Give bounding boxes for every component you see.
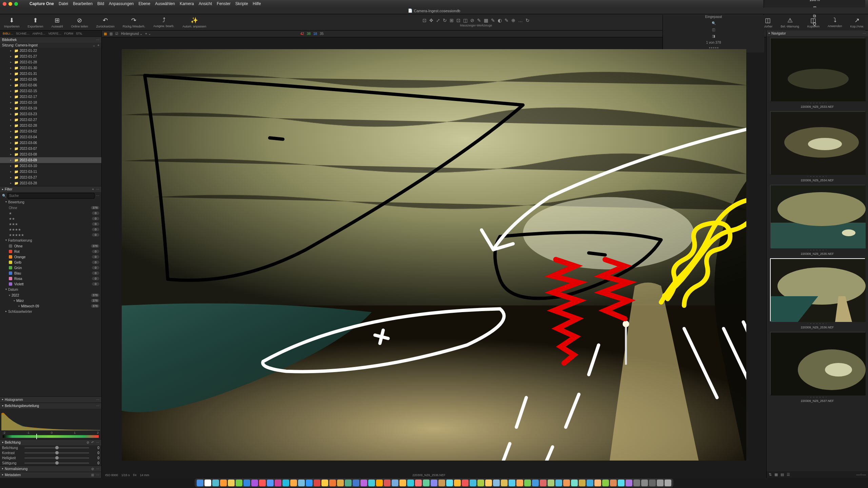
rating-row[interactable]: ★0 xyxy=(0,210,101,216)
dock-app[interactable] xyxy=(345,480,352,486)
cursor-tool[interactable]: ◐ xyxy=(498,18,502,23)
menu-datei[interactable]: Datei xyxy=(59,1,68,6)
cursor-tool[interactable]: ⊕ xyxy=(511,18,515,23)
menu-bild[interactable]: Bild xyxy=(97,1,104,6)
exposure-header[interactable]: ▾ Belichtung ⊘↶⋯ xyxy=(0,440,101,445)
menubar-status-item[interactable]: 100% xyxy=(809,0,820,2)
dock-app[interactable] xyxy=(267,480,274,486)
toolbar-importieren[interactable]: ⬇Importieren xyxy=(0,15,24,29)
sort-icon[interactable]: ⇅ xyxy=(769,472,772,477)
zoom-search-icon[interactable]: 🔍 xyxy=(712,21,716,25)
toolbar-ausgew. bearb.[interactable]: ⤴Ausgew. bearb. xyxy=(149,15,178,29)
keywords-header[interactable]: ▸Schlüsselwörter xyxy=(0,309,101,314)
dock-app[interactable] xyxy=(587,480,593,486)
viewer-canvas[interactable] xyxy=(102,37,766,472)
folder-row[interactable]: ▸📁2022-02-15 xyxy=(0,88,101,94)
dock-app[interactable] xyxy=(555,480,562,486)
thumbnail-item[interactable]: ◦ • • • • • ◦220309_NZ6_2536.NEF xyxy=(768,258,867,329)
rating-row[interactable]: ★★★0 xyxy=(0,221,101,227)
expo-eval-menu-icon[interactable]: ⋯ xyxy=(96,404,99,408)
cursor-tool[interactable]: ↻ xyxy=(443,18,447,23)
dock-app[interactable] xyxy=(368,480,375,486)
colortag-row[interactable]: Grün0 xyxy=(0,265,101,270)
dock-app[interactable] xyxy=(353,480,359,486)
thumbnail-browser[interactable]: ◦ • • • • • ◦220309_NZ6_2533.NEF◦ • • • … xyxy=(767,36,868,471)
cursor-tool[interactable]: ✎ xyxy=(491,18,495,23)
dock-app[interactable] xyxy=(438,480,445,486)
grid-icon[interactable]: ▦ xyxy=(774,472,778,477)
folder-row[interactable]: ▸📁2022-01-28 xyxy=(0,59,101,65)
dock-app[interactable] xyxy=(360,480,367,486)
rating-header[interactable]: ▾Bewertung xyxy=(0,199,101,205)
toolbar-kop./anw.[interactable]: ↗Kop./Anw. xyxy=(846,15,868,29)
cursor-tool[interactable]: ⊡ xyxy=(422,18,427,23)
folder-row[interactable]: ▸📁2022-03-08 xyxy=(0,151,101,157)
cursor-tool[interactable]: ✎ xyxy=(505,18,509,23)
folder-row[interactable]: ▸📁2022-03-27 xyxy=(0,175,101,180)
menu-bearbeiten[interactable]: Bearbeiten xyxy=(73,1,93,6)
slider-sättigung[interactable]: Sättigung0 xyxy=(0,461,101,466)
filmstrip-icon[interactable]: ▤ xyxy=(781,472,784,477)
dock-app[interactable] xyxy=(641,480,648,486)
folder-row[interactable]: ▸📁2022-03-04 xyxy=(0,134,101,140)
dock-app[interactable] xyxy=(212,480,219,486)
dock-app[interactable] xyxy=(563,480,570,486)
dock-app[interactable] xyxy=(610,480,617,486)
toolbar-online teilen[interactable]: ⊘Online teilen xyxy=(67,15,92,29)
cursor-tool[interactable]: ⊡ xyxy=(456,18,460,23)
slider-helligkeit[interactable]: Helligkeit0 xyxy=(0,455,101,461)
colortag-row[interactable]: Rot0 xyxy=(0,249,101,254)
menu-ebene[interactable]: Ebene xyxy=(139,1,151,6)
folder-row[interactable]: ▸📁2022-02-06 xyxy=(0,82,101,88)
toolbar-auswahl[interactable]: ⊞Auswahl xyxy=(47,15,67,29)
rating-row[interactable]: Ohne378 xyxy=(0,205,101,210)
menu-skripte[interactable]: Skripte xyxy=(235,1,248,6)
main-image[interactable] xyxy=(122,49,747,460)
folder-row[interactable]: ▸📁2022-02-17 xyxy=(0,94,101,100)
dock-app[interactable] xyxy=(376,480,383,486)
minimize-window[interactable] xyxy=(8,2,12,6)
dock-app[interactable] xyxy=(548,480,554,486)
dock-app[interactable] xyxy=(236,480,242,486)
toolbar-autom. anpassen[interactable]: ✨Autom. anpassen xyxy=(178,15,210,29)
dock-app[interactable] xyxy=(282,480,289,486)
folder-row[interactable]: ▸📁2022-01-31 xyxy=(0,71,101,77)
dock-app[interactable] xyxy=(618,480,625,486)
dock-app[interactable] xyxy=(540,480,547,486)
date-header[interactable]: ▾Datum xyxy=(0,287,101,292)
dock-app[interactable] xyxy=(594,480,601,486)
dock-app[interactable] xyxy=(314,480,320,486)
dock-app[interactable] xyxy=(657,480,664,486)
dock-app[interactable] xyxy=(306,480,313,486)
dock-app[interactable] xyxy=(665,480,671,486)
folder-row[interactable]: ▸📁2022-01-27 xyxy=(0,54,101,59)
date-row[interactable]: ▾März378 xyxy=(0,298,101,303)
thumbnail-item[interactable]: ◦ • • • • • ◦220309_NZ6_2533.NEF xyxy=(768,38,867,108)
filter-header[interactable]: ▸ Filter +⋯ xyxy=(0,186,101,192)
dock-app[interactable] xyxy=(509,480,515,486)
library-menu-icon[interactable]: ⋯ xyxy=(96,38,99,42)
menu-auswaehlen[interactable]: Auswählen xyxy=(155,1,175,6)
toolbar-anwenden[interactable]: ⤵Anwenden xyxy=(824,15,846,29)
tab-refine[interactable]: VERFE… xyxy=(48,32,61,35)
folder-row[interactable]: ▸📁2022-02-28 xyxy=(0,123,101,128)
toolbar-zurücksetzen[interactable]: ↶Zurücksetzen xyxy=(92,15,119,29)
cursor-tool[interactable]: ⊘ xyxy=(470,18,474,23)
navigator-menu-icon[interactable]: ⋯ xyxy=(863,32,866,35)
exposure-reset-icon[interactable]: ↶ xyxy=(91,441,94,444)
folder-row[interactable]: ▸📁2022-01-30 xyxy=(0,65,101,71)
menu-kamera[interactable]: Kamera xyxy=(180,1,194,6)
dock-app[interactable] xyxy=(462,480,469,486)
tab-adjust[interactable]: ANPAS… xyxy=(33,32,46,35)
dock-app[interactable] xyxy=(197,480,203,486)
dock-app[interactable] xyxy=(524,480,531,486)
dock-app[interactable] xyxy=(446,480,453,486)
dock-app[interactable] xyxy=(633,480,640,486)
dock-app[interactable] xyxy=(454,480,461,486)
dock-app[interactable] xyxy=(501,480,508,486)
tab-quick[interactable]: SCHNE… xyxy=(16,32,30,35)
folder-row[interactable]: ▸📁2022-03-11 xyxy=(0,169,101,175)
colortag-header[interactable]: ▾Farbmarkierung xyxy=(0,238,101,243)
dock-app[interactable] xyxy=(423,480,430,486)
search-input[interactable] xyxy=(7,193,95,199)
